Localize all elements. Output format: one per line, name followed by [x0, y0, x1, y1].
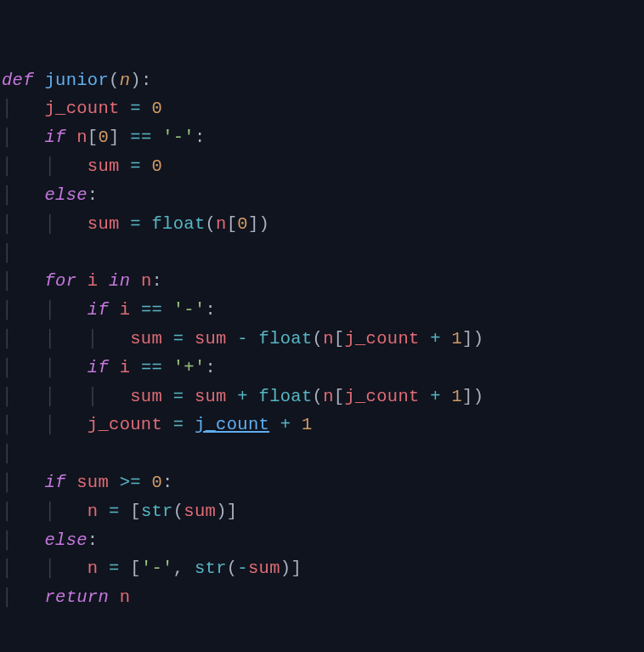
- op-minus: -: [237, 329, 248, 349]
- code-line: │ │ if i == '+':: [2, 354, 642, 383]
- keyword-for: for: [44, 271, 76, 291]
- code-line: │ j_count = 0: [2, 94, 642, 123]
- code-line: │ return n: [2, 583, 642, 612]
- string-literal: '+': [173, 358, 206, 377]
- code-line: │ else:: [2, 526, 642, 555]
- code-line: │ else:: [2, 181, 642, 210]
- keyword-in: in: [109, 271, 130, 291]
- keyword-if: if: [44, 128, 65, 147]
- builtin-float: float: [151, 214, 205, 234]
- code-line: │ │ │ sum = sum - float(n[j_count + 1]): [2, 325, 642, 354]
- builtin-str: str: [141, 502, 173, 521]
- keyword-return: return: [44, 587, 109, 607]
- code-line: │ │ n = ['-', str(-sum)]: [2, 554, 642, 583]
- op-neg: -: [237, 558, 248, 578]
- code-line: │ for i in n:: [2, 267, 642, 296]
- keyword-else: else: [44, 185, 87, 205]
- code-line: │ │ │ sum = sum + float(n[j_count + 1]): [2, 383, 642, 411]
- var-sum: sum: [88, 156, 120, 176]
- code-line: │ │ n = [str(sum)]: [2, 497, 642, 526]
- code-line: │ │ if i == '-':: [2, 296, 642, 325]
- string-literal: '-': [162, 128, 195, 147]
- var-i: i: [88, 271, 99, 291]
- function-name: junior: [44, 71, 109, 90]
- code-line: │ if n[0] == '-':: [2, 123, 642, 152]
- op-gte: >=: [120, 473, 141, 492]
- keyword-def: def: [2, 71, 34, 90]
- code-line: │ │ sum = float(n[0]): [2, 210, 642, 239]
- symbol-reference[interactable]: j_count: [195, 415, 269, 434]
- code-line: │ │ sum = 0: [2, 152, 642, 181]
- code-line-blank: │: [2, 239, 642, 268]
- code-line: │ if sum >= 0:: [2, 468, 642, 497]
- code-editor[interactable]: def junior(n):│ j_count = 0│ if n[0] == …: [2, 66, 642, 612]
- code-line: def junior(n):: [2, 66, 642, 95]
- op-plus: +: [237, 387, 248, 406]
- code-line-blank: │: [2, 439, 642, 468]
- param-n: n: [120, 71, 131, 90]
- code-line: │ │ j_count = j_count + 1: [2, 411, 642, 439]
- var-j_count: j_count: [44, 99, 119, 118]
